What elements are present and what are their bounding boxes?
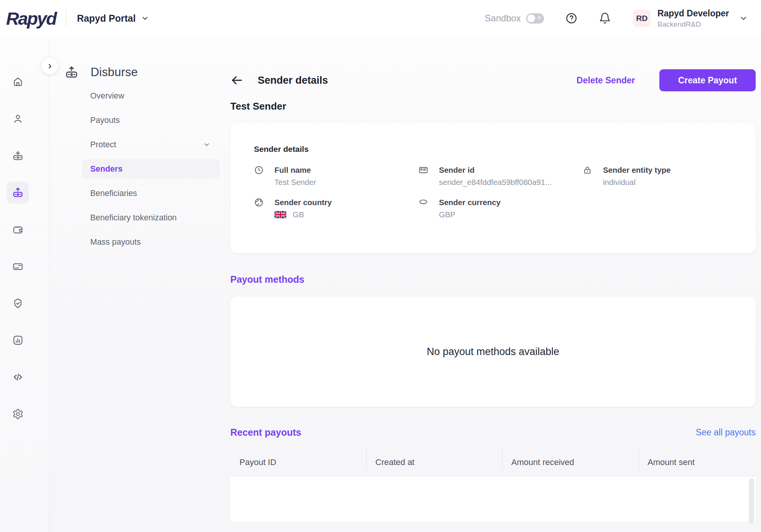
field-label: Sender id (439, 165, 552, 175)
sidebar-item-label: Senders (90, 164, 123, 174)
sidebar-item-label: Payouts (90, 116, 120, 125)
field-value: GB (293, 210, 304, 220)
disburse-sidebar: Disburse Overview Payouts Protect Sender… (65, 37, 225, 256)
table-header-row: Payout ID Created at Amount received Amo… (230, 449, 756, 476)
sidebar-expand-button[interactable] (41, 57, 58, 75)
chevron-down-icon (141, 14, 149, 22)
column-header-amount-sent: Amount sent (638, 449, 756, 476)
nav-collect-icon[interactable] (7, 145, 29, 167)
field-label: Sender entity type (603, 165, 671, 175)
coin-icon (418, 198, 428, 207)
nav-settings-icon[interactable] (7, 403, 29, 425)
see-all-payouts-link[interactable]: See all payouts (696, 427, 756, 438)
disburse-icon (65, 65, 78, 79)
notifications-button[interactable] (599, 12, 611, 24)
portal-label: Rapyd Portal (77, 13, 136, 24)
sidebar-item-payouts[interactable]: Payouts (82, 110, 220, 130)
field-sender-id: Sender id sender_e84fddfea59bff080a91... (418, 165, 582, 187)
toggle-knob (527, 14, 535, 22)
empty-state-text: No payout methods available (427, 346, 559, 358)
toggle-off-icon: ✕ (537, 15, 541, 21)
gb-flag-icon (274, 210, 286, 219)
sender-details-card: Sender details Full name Test Sender (230, 123, 756, 253)
back-button[interactable] (230, 74, 243, 87)
payout-methods-card: No payout methods available (230, 296, 756, 407)
sidebar-item-label: Protect (90, 140, 116, 150)
delete-sender-button[interactable]: Delete Sender (577, 75, 635, 86)
nav-developers-icon[interactable] (7, 366, 29, 388)
field-label: Full name (274, 165, 316, 175)
sender-name-heading: Test Sender (230, 100, 756, 112)
sidebar-item-label: Beneficiary tokenization (90, 213, 177, 223)
nav-home-icon[interactable] (7, 71, 29, 93)
sidebar-item-beneficiaries[interactable]: Beneficiaries (82, 183, 220, 203)
recent-payouts-title: Recent payouts (230, 427, 301, 438)
table-body (230, 476, 756, 521)
sidebar-item-label: Beneficiaries (90, 189, 137, 198)
globe-icon (254, 198, 264, 207)
sidebar-item-label: Mass payouts (90, 237, 141, 247)
header-divider (66, 10, 66, 27)
portal-switcher[interactable]: Rapyd Portal (77, 13, 149, 24)
nav-disburse-icon[interactable] (7, 182, 29, 204)
field-value: Test Sender (274, 177, 316, 187)
avatar: RD (633, 10, 651, 27)
help-button[interactable] (565, 12, 578, 24)
nav-analytics-icon[interactable] (7, 329, 29, 351)
field-sender-country: Sender country GB (254, 198, 418, 220)
column-header-payout-id: Payout ID (230, 449, 366, 476)
sidebar-title: Disburse (91, 65, 138, 79)
recent-payouts-table: Payout ID Created at Amount received Amo… (230, 449, 756, 521)
user-org: BackendR&D (657, 20, 729, 29)
field-sender-currency: Sender currency GBP (418, 198, 582, 220)
sandbox-toggle[interactable]: ✕ (526, 13, 544, 24)
clock-icon (254, 165, 264, 175)
sidebar-menu: Overview Payouts Protect Senders Benefic… (82, 86, 220, 252)
field-entity-type: Sender entity type individual (582, 165, 733, 187)
field-label: Sender country (274, 198, 332, 207)
user-name: Rapyd Developer (657, 8, 729, 19)
payout-methods-title: Payout methods (230, 274, 756, 285)
sidebar-item-senders[interactable]: Senders (82, 159, 220, 179)
chevron-down-icon (739, 14, 748, 23)
nav-wallet-icon[interactable] (7, 218, 29, 241)
sidebar-item-mass-payouts[interactable]: Mass payouts (82, 232, 220, 252)
field-full-name: Full name Test Sender (254, 165, 418, 187)
column-header-amount-received: Amount received (502, 449, 638, 476)
sandbox-label: Sandbox (485, 13, 521, 24)
field-label: Sender currency (439, 198, 501, 207)
field-value: GBP (439, 210, 501, 220)
nav-verify-icon[interactable] (7, 292, 29, 314)
icon-rail (0, 37, 49, 532)
page-title: Sender details (258, 75, 328, 86)
nav-clients-icon[interactable] (7, 108, 29, 130)
field-value: sender_e84fddfea59bff080a91... (439, 177, 552, 187)
sidebar-item-beneficiary-tokenization[interactable]: Beneficiary tokenization (82, 208, 220, 228)
scrollbar-thumb[interactable] (749, 478, 754, 524)
field-value: individual (603, 177, 671, 187)
sidebar-item-label: Overview (90, 91, 124, 101)
chevron-down-icon (203, 141, 211, 148)
sidebar-item-protect[interactable]: Protect (82, 135, 220, 155)
id-card-icon (418, 165, 428, 175)
nav-cards-icon[interactable] (7, 255, 29, 277)
details-card-title: Sender details (254, 145, 733, 154)
sidebar-item-overview[interactable]: Overview (82, 86, 220, 106)
column-header-created-at: Created at (366, 449, 502, 476)
lock-icon (582, 165, 592, 175)
create-payout-button[interactable]: Create Payout (659, 69, 756, 91)
rapyd-logo[interactable]: Rapyd (6, 8, 66, 29)
main-content: Sender details Delete Sender Create Payo… (230, 37, 756, 521)
top-bar: Rapyd Rapyd Portal Sandbox ✕ (0, 0, 761, 37)
user-menu[interactable]: RD Rapyd Developer BackendR&D (633, 8, 748, 29)
